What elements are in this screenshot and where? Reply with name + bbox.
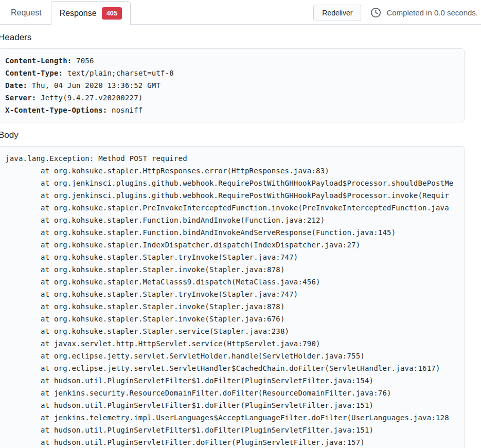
response-body-stacktrace: java.lang.Exception: Method POST require… [0,147,464,448]
tab-response-label: Response [60,9,97,18]
header-name: Content-Type: [5,69,63,77]
delivery-toolbar: Redeliver Completed in 0.0 seconds. [313,1,481,24]
clock-icon [370,7,381,18]
header-name: Content-Length: [5,57,72,65]
redeliver-button[interactable]: Redeliver [313,5,361,21]
header-name: Server: [5,94,36,102]
body-section-title: Body [0,130,481,140]
response-status-badge: 405 [102,7,122,20]
completed-status-text: Completed in 0.0 seconds. [386,8,478,17]
tab-request[interactable]: Request [3,1,50,24]
response-body-box: java.lang.Exception: Method POST require… [0,146,465,448]
headers-section-title: Headers [0,32,481,43]
response-headers-box: Content-Length: 7056 Content-Type: text/… [0,48,465,122]
webhook-delivery-panel: Request Response 405 Redeliver Completed… [0,0,481,448]
response-headers-list: Content-Length: 7056 Content-Type: text/… [0,49,464,122]
header-name: Date: [5,81,27,89]
delivery-tabbar: Request Response 405 Redeliver Completed… [0,0,481,25]
header-name: X-Content-Type-Options: [5,106,107,114]
tab-response[interactable]: Response 405 [51,1,131,25]
